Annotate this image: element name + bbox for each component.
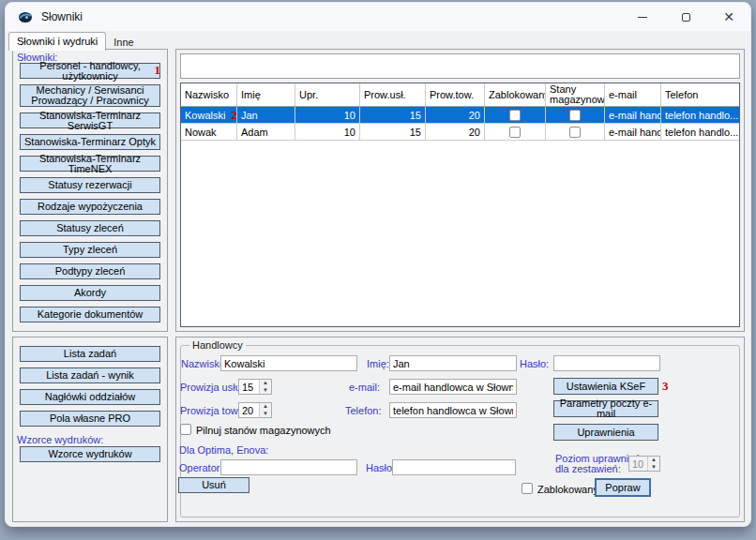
poziom-uprawnien-stepper: 10 ▲▼ bbox=[628, 456, 660, 472]
col-zablokowany[interactable]: Zablokowany bbox=[485, 83, 546, 106]
cell-prow-usl: 15 bbox=[360, 124, 426, 140]
sidebar-item-wzorce-wydrukow[interactable]: Wzorce wydruków bbox=[20, 446, 160, 462]
zablokowany-checkbox[interactable] bbox=[509, 110, 521, 121]
table-row-kowalski[interactable]: Kowalski 2 Jan 10 15 20 e-mail handlo...… bbox=[181, 107, 739, 124]
telefon-label: Telefon: bbox=[345, 406, 380, 416]
sidebar-item-mechanicy[interactable]: Mechanicy / Serwisanci Prowadzący / Prac… bbox=[20, 84, 160, 107]
email-label: e-mail: bbox=[345, 382, 380, 393]
cell-prow-tow: 20 bbox=[426, 124, 485, 140]
col-telefon[interactable]: Telefon bbox=[661, 83, 739, 106]
cell-nazwisko: Kowalski 2 bbox=[181, 107, 237, 123]
nazwisko-field[interactable] bbox=[220, 355, 357, 371]
pilnuj-stanow-checkbox[interactable] bbox=[180, 424, 191, 435]
sidebar-item-naglowki-oddzialow[interactable]: Nagłówki oddziałów bbox=[20, 389, 160, 405]
down-arrow-icon[interactable]: ▼ bbox=[260, 387, 271, 395]
haslo2-field[interactable] bbox=[392, 459, 516, 475]
up-arrow-icon[interactable]: ▲ bbox=[260, 403, 271, 411]
col-imie[interactable]: Imię bbox=[237, 83, 295, 106]
window-title: Słowniki bbox=[41, 10, 83, 23]
usun-button[interactable]: Usuń bbox=[178, 477, 249, 493]
zablokowany-checkbox[interactable] bbox=[509, 127, 521, 138]
down-arrow-icon[interactable]: ▼ bbox=[260, 411, 271, 418]
grid-header-row: Nazwisko Imię Upr. Prow.usł. Prow.tow. Z… bbox=[181, 83, 739, 107]
sidebar-item-terminarz-serwisgt[interactable]: Stanowiska-Terminarz SerwisGT bbox=[20, 112, 160, 128]
imie-field[interactable] bbox=[389, 355, 517, 371]
tasks-panel: Lista zadań Lista zadań - wynik Nagłówki… bbox=[12, 337, 168, 522]
sidebar-item-akordy[interactable]: Akordy bbox=[20, 285, 160, 301]
prowizja-uslugi-stepper[interactable]: 15 ▲▼ bbox=[238, 379, 272, 395]
dla-optima-label: Dla Optima, Enova: bbox=[179, 445, 268, 456]
haslo-field[interactable] bbox=[553, 355, 660, 371]
zablokowany-form-checkbox[interactable] bbox=[522, 483, 533, 494]
telefon-field[interactable] bbox=[389, 402, 517, 418]
col-prow-tow[interactable]: Prow.tow. bbox=[426, 83, 485, 106]
stany-magazynowe-checkbox[interactable] bbox=[569, 127, 581, 138]
col-upr[interactable]: Upr. bbox=[295, 83, 360, 106]
table-row-nowak[interactable]: Nowak Adam 10 15 20 e-mail handlo... tel… bbox=[181, 124, 739, 141]
cell-zablokowany bbox=[485, 107, 546, 123]
cell-email: e-mail handlo... bbox=[605, 107, 661, 123]
minimize-button[interactable] bbox=[621, 3, 664, 31]
sidebar-item-rodzaje-wypozyczenia[interactable]: Rodzaje wypożyczenia bbox=[20, 199, 160, 215]
col-nazwisko[interactable]: Nazwisko bbox=[181, 83, 237, 106]
print-templates-group-label: Wzorce wydruków: bbox=[17, 434, 103, 445]
sidebar-item-statusy-zlecen[interactable]: Statusy zleceń bbox=[20, 220, 160, 236]
maximize-button[interactable] bbox=[664, 3, 707, 31]
dictionaries-panel: Słowniki: Personel - handlowcy, użytkown… bbox=[12, 49, 168, 332]
down-arrow-icon: ▼ bbox=[648, 464, 659, 472]
imie-label: Imię: bbox=[367, 359, 389, 369]
cell-prow-usl: 15 bbox=[360, 107, 426, 123]
up-arrow-icon[interactable]: ▲ bbox=[260, 380, 271, 387]
cell-email: e-mail handlo... bbox=[605, 124, 661, 140]
up-arrow-icon: ▲ bbox=[648, 457, 659, 464]
pilnuj-stanow-label: Pilnuj stanów magazynowych bbox=[196, 425, 331, 436]
stany-magazynowe-checkbox[interactable] bbox=[569, 110, 581, 121]
tab-slowniki-i-wydruki[interactable]: Słowniki i wydruki bbox=[8, 32, 106, 51]
close-button[interactable]: ✕ bbox=[707, 3, 750, 31]
sidebar-item-podtypy-zlecen[interactable]: Podtypy zleceń bbox=[20, 263, 160, 279]
zablokowany-form-label: Zablokowany bbox=[537, 484, 598, 495]
parametry-poczty-button[interactable]: Parametry poczty e-mail bbox=[553, 400, 658, 417]
email-field[interactable] bbox=[389, 379, 517, 395]
cell-telefon: telefon handlo... bbox=[661, 107, 739, 123]
sidebar-item-kategorie-dokumentow[interactable]: Kategorie dokumentów bbox=[20, 307, 160, 322]
col-email[interactable]: e-mail bbox=[605, 83, 661, 106]
uprawnienia-button[interactable]: Uprawnienia bbox=[553, 424, 658, 441]
sidebar-item-typy-zlecen[interactable]: Typy zleceń bbox=[20, 242, 160, 258]
salespeople-grid[interactable]: Nazwisko Imię Upr. Prow.usł. Prow.tow. Z… bbox=[180, 82, 740, 327]
sidebar-item-lista-zadan-wynik[interactable]: Lista zadań - wynik bbox=[20, 368, 160, 383]
grid-toolbar bbox=[180, 53, 740, 79]
col-prow-usl[interactable]: Prow.usł. bbox=[360, 83, 426, 106]
haslo-label: Hasło: bbox=[520, 359, 549, 369]
cell-telefon: telefon handlo... bbox=[661, 124, 739, 140]
popraw-button[interactable]: Popraw bbox=[595, 478, 651, 497]
annotation-3: 3 bbox=[662, 379, 669, 394]
ustawienia-ksef-button[interactable]: Ustawienia KSeF bbox=[553, 378, 658, 395]
haslo2-label: Hasło: bbox=[366, 463, 395, 473]
app-icon bbox=[18, 9, 33, 24]
sidebar-item-statusy-rezerwacji[interactable]: Statusy rezerwacji bbox=[20, 177, 160, 193]
cell-stany bbox=[546, 107, 605, 123]
sidebar-item-lista-zadan[interactable]: Lista zadań bbox=[20, 346, 160, 362]
grid-panel: Nazwisko Imię Upr. Prow.usł. Prow.tow. Z… bbox=[175, 49, 745, 332]
operator-field[interactable] bbox=[220, 459, 357, 475]
cell-zablokowany bbox=[485, 124, 546, 140]
sidebar-item-pola-wlasne-pro[interactable]: Pola własne PRO bbox=[20, 411, 160, 427]
cell-stany bbox=[546, 124, 605, 140]
sidebar-item-terminarz-optyk[interactable]: Stanowiska-Terminarz Optyk bbox=[20, 134, 160, 150]
cell-imie: Jan bbox=[237, 107, 295, 123]
app-window: Słowniki ✕ Słowniki i wydruki Inne Słown… bbox=[5, 2, 751, 527]
sidebar-item-terminarz-timenex[interactable]: Stanowiska-Terminarz TimeNEX bbox=[20, 156, 160, 172]
titlebar: Słowniki ✕ bbox=[6, 3, 750, 31]
groupbox-title: Handlowcy bbox=[189, 339, 246, 351]
cell-imie: Adam bbox=[237, 124, 295, 140]
prowizja-towary-stepper[interactable]: 20 ▲▼ bbox=[238, 402, 272, 418]
tabstrip: Słowniki i wydruki Inne bbox=[8, 32, 142, 51]
cell-prow-tow: 20 bbox=[426, 107, 485, 123]
col-stany-magazynowe[interactable]: Stany magazynowe bbox=[546, 83, 605, 106]
cell-nazwisko: Nowak bbox=[181, 124, 237, 140]
cell-upr: 10 bbox=[295, 107, 360, 123]
poziom-uprawnien-label: Poziom uprawnień dla zestawień: bbox=[555, 454, 641, 474]
detail-form-panel: Handlowcy Nazwisko: Imię: Hasło: Prowizj… bbox=[175, 337, 745, 522]
sidebar-item-personel[interactable]: Personel - handlowcy, użytkownicy1 bbox=[20, 63, 160, 79]
